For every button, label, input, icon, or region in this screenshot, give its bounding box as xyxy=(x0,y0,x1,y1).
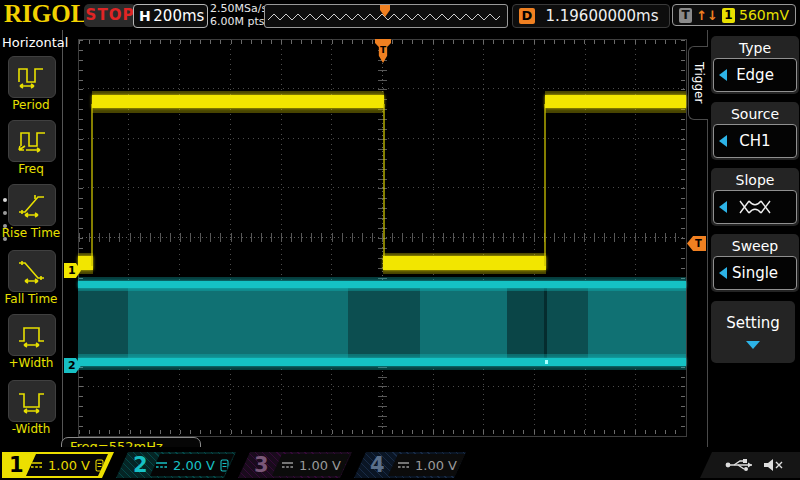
channel-status-bar: 1 1.00 V 2 2.00 V xyxy=(0,447,800,480)
channel-2-settings: 2.00 V xyxy=(150,454,234,476)
timebase-control[interactable]: H 200ms xyxy=(133,4,208,28)
setting-label: Setting xyxy=(711,313,795,333)
minus-width-icon xyxy=(16,388,48,414)
memory-depth: 6.00M pts xyxy=(210,15,267,28)
memory-icon xyxy=(220,459,229,472)
channel-1-settings: 1.00 V xyxy=(26,454,108,476)
page-indicator-dot xyxy=(3,198,7,202)
channel-3-slot[interactable]: 3 1.00 V xyxy=(238,452,352,478)
trigger-level-marker[interactable]: T xyxy=(687,236,706,251)
fall-time-icon xyxy=(16,258,48,284)
slope-value-button[interactable] xyxy=(713,190,797,224)
trigger-level-value: 560mV xyxy=(739,7,789,23)
top-status-bar: RIGOL STOP H 200ms 2.50MSa/s 6.00M pts D… xyxy=(0,0,800,30)
menu-item-label: -Width xyxy=(0,422,62,436)
channel-number: 3 xyxy=(254,452,269,478)
chevron-left-icon xyxy=(719,267,727,279)
type-value: Edge xyxy=(736,66,774,84)
rigol-logo: RIGOL xyxy=(4,0,87,28)
trigger-menu-tab: Trigger xyxy=(688,46,708,120)
page-indicator-dot xyxy=(3,224,7,228)
speaker-muted-icon xyxy=(762,457,784,473)
channel-number: 1 xyxy=(9,452,24,478)
status-corner xyxy=(700,452,800,478)
channel-4-settings: 1.00 V xyxy=(388,454,466,476)
delay-readout: D 1.19600000ms xyxy=(512,4,670,28)
group-header: Slope xyxy=(713,170,797,190)
channel-1-slot[interactable]: 1 1.00 V xyxy=(2,452,114,478)
channel-scale: 1.00 V xyxy=(48,458,90,473)
either-edge-icon xyxy=(736,199,774,215)
delay-badge: D xyxy=(519,8,535,24)
channel-scale: 1.00 V xyxy=(415,458,457,473)
left-menu-title: Horizontal xyxy=(2,35,68,50)
trigger-badge: T xyxy=(679,8,692,23)
chevron-left-icon xyxy=(719,201,727,213)
source-value: CH1 xyxy=(739,132,770,150)
trigger-menu-panel: Type Edge Source CH1 Slope xyxy=(707,30,800,447)
type-value-button[interactable]: Edge xyxy=(713,58,797,92)
channel-scale: 1.00 V xyxy=(299,458,341,473)
menu-item-label: +Width xyxy=(0,356,62,370)
chevron-down-icon xyxy=(746,341,760,349)
setting-button[interactable]: Setting xyxy=(711,301,795,363)
sweep-value: Single xyxy=(732,264,778,282)
channel-scale: 2.00 V xyxy=(173,458,215,473)
chevron-left-icon xyxy=(719,135,727,147)
waveform-overview[interactable] xyxy=(264,4,508,28)
menu-item-label: Freq xyxy=(0,162,62,176)
dc-coupling-icon xyxy=(281,460,294,470)
run-stop-status[interactable]: STOP xyxy=(84,4,136,27)
sample-rate: 2.50MSa/s xyxy=(210,2,267,15)
trigger-tab-label: Trigger xyxy=(692,62,706,103)
dc-coupling-icon xyxy=(155,460,168,470)
menu-item-label: Period xyxy=(0,98,62,112)
trigger-readout: T ↑↓ 1 560mV xyxy=(672,4,796,26)
period-icon xyxy=(16,64,48,90)
menu-group-source[interactable]: Source CH1 xyxy=(711,102,799,160)
dc-coupling-icon xyxy=(397,460,410,470)
usb-icon xyxy=(724,457,758,473)
sweep-value-button[interactable]: Single xyxy=(713,256,797,290)
trigger-source-badge: 1 xyxy=(722,8,735,23)
page-indicator-dot xyxy=(3,211,7,215)
plus-width-icon xyxy=(16,322,48,348)
rise-time-icon xyxy=(16,192,48,218)
group-header: Sweep xyxy=(713,236,797,256)
group-header: Type xyxy=(713,38,797,58)
menu-group-slope[interactable]: Slope xyxy=(711,168,799,226)
menu-group-type[interactable]: Type Edge xyxy=(711,36,799,94)
channel-2-slot[interactable]: 2 2.00 V xyxy=(116,452,236,478)
memory-icon xyxy=(95,459,104,472)
horizontal-measure-menu: Horizontal Period Freq Ri xyxy=(0,30,63,447)
source-value-button[interactable]: CH1 xyxy=(713,124,797,158)
timebase-label: H xyxy=(139,8,151,24)
edge-both-arrows-icon: ↑↓ xyxy=(696,8,718,23)
freq-icon xyxy=(16,128,48,154)
menu-item-label: Fall Time xyxy=(0,292,62,306)
dc-coupling-icon xyxy=(30,460,43,470)
channel-3-settings: 1.00 V xyxy=(272,454,350,476)
page-indicator-dot xyxy=(3,237,7,241)
oscilloscope-screen: T T 1 2 Freq=552mHz RIGOL STOP H 200ms 2… xyxy=(0,0,800,480)
acquisition-info: 2.50MSa/s 6.00M pts xyxy=(210,2,267,28)
channel-number: 4 xyxy=(370,452,385,478)
chevron-left-icon xyxy=(719,69,727,81)
group-header: Source xyxy=(713,104,797,124)
menu-item-label: Rise Time xyxy=(0,226,62,240)
delay-value: 1.19600000ms xyxy=(535,7,669,25)
channel-number: 2 xyxy=(133,452,148,478)
channel-4-slot[interactable]: 4 1.00 V xyxy=(354,452,466,478)
timebase-value: 200ms xyxy=(151,7,207,25)
menu-group-sweep[interactable]: Sweep Single xyxy=(711,234,799,292)
